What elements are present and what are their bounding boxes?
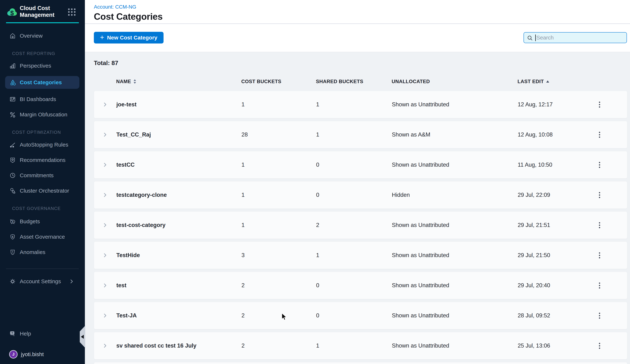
sidebar-item-margin-obfuscation[interactable]: Margin Obfuscation [0,109,85,120]
sidebar-item-recommendations[interactable]: Recommendations [0,155,85,165]
gear-icon [9,278,16,285]
expand-chevron-icon[interactable] [101,221,109,229]
table-row[interactable]: Test_CC_Raj 28 1 Shown as A&M 12 Aug, 10… [94,121,627,148]
sidebar-item-bi-dashboards[interactable]: BI Dashboards [0,94,85,104]
sidebar-item-cluster-orchestrator[interactable]: Cluster Orchestrator [0,186,85,196]
table-body: joe-test 1 1 Shown as Unattributed 12 Au… [94,91,627,364]
row-menu-kebab-icon[interactable] [594,130,604,140]
sidebar: $ Cloud Cost Management Overview COST RE… [0,0,85,364]
row-menu-kebab-icon[interactable] [594,311,604,321]
sidebar-item-label: Cost Categories [20,79,62,86]
category-name: joe-test [112,101,242,108]
sidebar-item-label: Commitments [20,172,54,179]
last-edit-value: 29 Jul, 22:09 [518,192,587,198]
app-title: Cloud Cost Management [20,5,62,18]
shared-buckets-value: 0 [316,162,392,168]
row-menu-kebab-icon[interactable] [594,250,604,260]
cost-buckets-value: 1 [242,222,316,228]
sidebar-header: $ Cloud Cost Management [0,0,85,22]
sidebar-item-anomalies[interactable]: Anomalies [0,247,85,257]
unallocated-value: Shown as Unattributed [392,222,518,228]
table-row[interactable]: test-cost-category 1 2 Shown as Unattrib… [94,211,627,239]
hexagons-gear-icon [9,187,16,194]
column-header-cost-buckets[interactable]: COST BUCKETS [241,79,316,84]
search-input[interactable] [536,32,624,43]
search-icon [527,35,533,41]
shared-buckets-value: 1 [316,131,392,138]
unallocated-value: Shown as Unattributed [392,343,518,349]
table-row[interactable]: test 2 0 Shown as Unattributed 29 Jul, 2… [94,272,627,299]
expand-chevron-icon[interactable] [101,191,109,199]
expand-chevron-icon[interactable] [101,131,109,138]
page-header: Account: CCM-NG Cost Categories [85,0,630,24]
table-row[interactable]: sv shared cost cc test 16 July 2 1 Shown… [94,332,627,360]
category-name: sv shared cost cc test 16 July [112,343,242,349]
svg-text:$: $ [12,220,14,223]
row-menu-kebab-icon[interactable] [594,190,604,200]
last-edit-value: 12 Aug, 10:08 [518,131,587,138]
nav-group-cost-optimization: COST OPTIMIZATION [0,130,85,135]
sidebar-item-help[interactable]: ? Help [0,329,85,339]
expand-chevron-icon[interactable] [101,101,109,108]
breadcrumb-account-link[interactable]: Account: CCM-NG [94,4,136,10]
last-edit-value: 29 Jul, 20:40 [518,282,587,289]
table-row[interactable]: testcategory-clone 1 0 Hidden 29 Jul, 22… [94,181,627,209]
shared-buckets-value: 0 [316,312,392,319]
sidebar-item-budgets[interactable]: $ Budgets [0,216,85,227]
cost-buckets-value: 2 [242,343,316,349]
shared-buckets-value: 2 [316,222,392,228]
column-header-unallocated[interactable]: UNALLOCATED [392,79,518,84]
cost-buckets-value: 2 [242,282,316,289]
sidebar-item-asset-governance[interactable]: $ Asset Governance [0,232,85,242]
column-header-last-edit[interactable]: LAST EDIT [518,79,587,84]
category-name: test-cost-category [112,222,242,228]
home-icon [9,32,16,39]
unallocated-value: Hidden [392,192,518,198]
sort-asc-icon [546,80,549,83]
user-profile[interactable]: J jyoti.bisht [0,349,85,360]
table-row-partial[interactable] [94,362,627,364]
sidebar-item-commitments[interactable]: Commitments [0,170,85,181]
expand-chevron-icon[interactable] [101,161,109,169]
sidebar-item-label: Overview [20,33,42,39]
column-header-name[interactable]: NAME [112,79,241,84]
last-edit-value: 29 Jul, 21:50 [518,252,587,259]
category-name: testcategory-clone [112,192,242,198]
app-switcher-grid-icon[interactable] [68,8,76,16]
table-row[interactable]: Test-JA 2 0 Shown as Unattributed 28 Jul… [94,302,627,329]
table-row[interactable]: testCC 1 0 Shown as Unattributed 11 Aug,… [94,151,627,179]
sidebar-item-overview[interactable]: Overview [0,31,85,41]
sidebar-item-autostopping-rules[interactable]: AutoStopping Rules [0,140,85,150]
row-menu-kebab-icon[interactable] [594,341,604,351]
autostopping-icon [9,141,16,148]
piggy-bank-icon: $ [9,218,16,225]
expand-chevron-icon[interactable] [101,282,109,289]
dashboard-image-icon [9,96,16,103]
unallocated-value: Shown as Unattributed [392,282,518,289]
expand-chevron-icon[interactable] [101,312,109,319]
row-menu-kebab-icon[interactable] [594,220,604,230]
new-cost-category-button[interactable]: + New Cost Category [94,32,164,43]
category-name: Test_CC_Raj [112,131,242,138]
page-title: Cost Categories [94,11,162,22]
sidebar-item-label: Cluster Orchestrator [20,188,69,194]
table-row[interactable]: joe-test 1 1 Shown as Unattributed 12 Au… [94,91,627,118]
clock-icon [9,172,16,179]
row-menu-kebab-icon[interactable] [594,100,604,109]
user-name: jyoti.bisht [21,351,44,358]
sidebar-item-account-settings[interactable]: Account Settings [0,276,85,287]
unallocated-value: Shown as Unattributed [392,101,518,108]
column-header-shared-buckets[interactable]: SHARED BUCKETS [316,79,392,84]
cost-categories-table: Total: 87 NAME COST BUCKETS SHARED BUCKE… [85,52,630,364]
sidebar-item-perspectives[interactable]: Perspectives [0,61,85,71]
shared-buckets-value: 1 [316,343,392,349]
expand-chevron-icon[interactable] [101,252,109,259]
expand-chevron-icon[interactable] [101,342,109,349]
row-menu-kebab-icon[interactable] [594,281,604,290]
new-cost-category-label: New Cost Category [107,34,157,41]
row-menu-kebab-icon[interactable] [594,160,604,170]
main-content: Account: CCM-NG Cost Categories + New Co… [85,0,630,364]
table-row[interactable]: TestHide 3 1 Shown as Unattributed 29 Ju… [94,242,627,269]
shared-buckets-value: 0 [316,192,392,198]
sidebar-item-cost-categories[interactable]: Cost Categories [5,76,80,89]
